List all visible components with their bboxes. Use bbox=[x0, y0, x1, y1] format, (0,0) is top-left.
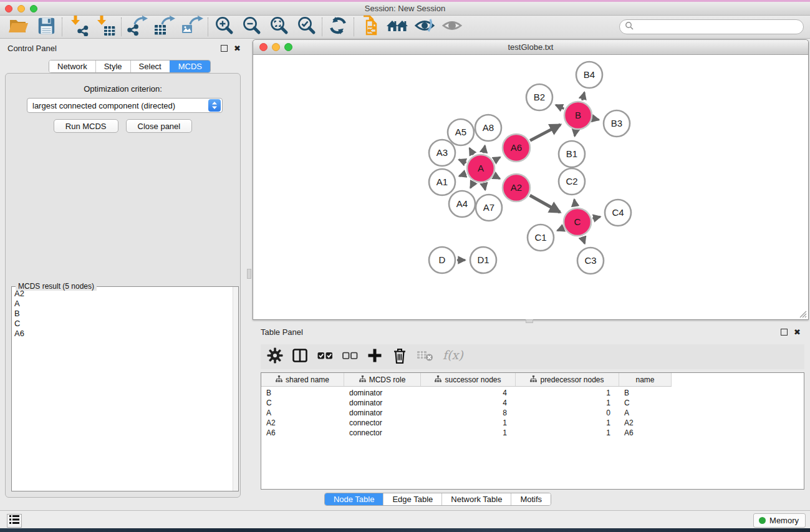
graph-node-B[interactable]: B bbox=[564, 102, 592, 129]
mcds-result-item[interactable]: A bbox=[12, 299, 231, 309]
deselect-all-button[interactable] bbox=[342, 348, 358, 365]
maximize-window-button[interactable] bbox=[30, 5, 37, 12]
edge-B-B3[interactable] bbox=[594, 118, 599, 120]
table-cell[interactable]: A2 bbox=[261, 418, 344, 427]
refresh-view-button[interactable] bbox=[324, 16, 352, 38]
resize-grip-icon[interactable] bbox=[797, 308, 807, 318]
search-field[interactable] bbox=[619, 19, 804, 34]
open-file-button[interactable] bbox=[5, 16, 32, 38]
home-button[interactable] bbox=[383, 16, 411, 38]
table-cell[interactable]: A2 bbox=[619, 418, 672, 427]
table-cell[interactable]: 8 bbox=[421, 409, 516, 417]
zoom-out-button[interactable] bbox=[238, 16, 265, 38]
table-cell[interactable]: 1 bbox=[516, 418, 619, 427]
table-row[interactable]: A6connector11A6 bbox=[261, 428, 804, 438]
close-table-panel-icon[interactable]: ✖ bbox=[794, 329, 801, 336]
network-maximize-button[interactable] bbox=[284, 43, 292, 51]
graph-node-B3[interactable]: B3 bbox=[604, 110, 630, 137]
table-cell[interactable]: A6 bbox=[261, 428, 344, 437]
zoom-in-button[interactable] bbox=[210, 16, 238, 38]
edge-A-A3[interactable] bbox=[459, 160, 466, 163]
export-table-button[interactable] bbox=[151, 16, 178, 38]
task-history-button[interactable] bbox=[7, 514, 22, 528]
mcds-result-item[interactable]: B bbox=[12, 309, 231, 319]
table-cell[interactable]: 4 bbox=[421, 399, 516, 407]
export-image-button[interactable] bbox=[178, 16, 206, 38]
edge-A-A2[interactable] bbox=[494, 176, 500, 179]
network-minimize-button[interactable] bbox=[272, 43, 280, 51]
edge-A-A6[interactable] bbox=[494, 157, 500, 160]
table-cell[interactable]: B bbox=[261, 389, 344, 397]
mcds-result-item[interactable]: C bbox=[12, 319, 231, 329]
table-row[interactable]: Bdominator41B bbox=[261, 388, 804, 398]
minimize-window-button[interactable] bbox=[17, 5, 25, 12]
toggle-graphics-details-button[interactable] bbox=[411, 16, 438, 38]
edge-C-C1[interactable] bbox=[557, 228, 563, 231]
table-cell[interactable]: connector bbox=[344, 418, 421, 427]
table-row[interactable]: Cdominator41C bbox=[261, 398, 804, 408]
graph-node-C4[interactable]: C4 bbox=[605, 200, 631, 226]
control-tab-mcds[interactable]: MCDS bbox=[170, 60, 210, 72]
table-cell[interactable]: C bbox=[619, 399, 672, 407]
graph-node-A5[interactable]: A5 bbox=[448, 119, 474, 145]
memory-button[interactable]: Memory bbox=[753, 513, 806, 528]
edge-C-C4[interactable] bbox=[592, 217, 600, 219]
column-header-MCDS-role[interactable]: MCDS role bbox=[344, 373, 421, 386]
graph-node-A8[interactable]: A8 bbox=[475, 115, 501, 141]
import-table-button[interactable] bbox=[92, 16, 119, 38]
close-panel-icon[interactable]: ✖ bbox=[234, 45, 241, 52]
control-tab-select[interactable]: Select bbox=[130, 60, 170, 72]
delete-column-button[interactable] bbox=[392, 348, 408, 365]
graph-node-A3[interactable]: A3 bbox=[429, 140, 455, 166]
edge-B-B1[interactable] bbox=[575, 131, 576, 137]
table-cell[interactable]: dominator bbox=[344, 399, 421, 407]
network-document-button[interactable] bbox=[356, 16, 383, 38]
edge-C-C3[interactable] bbox=[582, 237, 585, 244]
mcds-result-item[interactable]: A6 bbox=[12, 329, 231, 339]
float-panel-icon[interactable] bbox=[221, 45, 228, 52]
select-all-button[interactable] bbox=[317, 348, 333, 365]
graph-node-C3[interactable]: C3 bbox=[577, 248, 604, 274]
table-cell[interactable]: dominator bbox=[344, 389, 421, 397]
save-session-button[interactable] bbox=[32, 16, 60, 38]
edge-A-A5[interactable] bbox=[470, 148, 473, 155]
network-canvas[interactable]: B4B2BB3A8A5A6B1A3AA1C2A2A4A7C4CC1C3DD1 bbox=[253, 55, 808, 319]
table-cell[interactable]: connector bbox=[344, 428, 421, 437]
table-cell[interactable]: 1 bbox=[516, 428, 619, 437]
close-window-button[interactable] bbox=[5, 5, 12, 12]
table-cell[interactable]: 0 bbox=[516, 409, 619, 417]
network-close-button[interactable] bbox=[259, 43, 268, 51]
table-settings-button[interactable] bbox=[267, 348, 283, 365]
table-cell[interactable]: A bbox=[261, 409, 344, 417]
horizontal-split-handle[interactable] bbox=[526, 319, 533, 323]
close-panel-button[interactable]: Close panel bbox=[126, 119, 193, 133]
control-tab-style[interactable]: Style bbox=[95, 60, 130, 72]
table-cell[interactable]: 1 bbox=[421, 418, 516, 427]
graph-node-A4[interactable]: A4 bbox=[449, 191, 475, 217]
edge-A-A1[interactable] bbox=[459, 173, 466, 176]
column-header-predecessor-nodes[interactable]: predecessor nodes bbox=[516, 373, 619, 386]
table-row[interactable]: Adominator80A bbox=[261, 408, 804, 418]
graph-node-A1[interactable]: A1 bbox=[429, 169, 455, 195]
graph-node-C[interactable]: C bbox=[564, 208, 591, 236]
export-network-button[interactable] bbox=[123, 16, 151, 38]
run-mcds-button[interactable]: Run MCDS bbox=[54, 119, 118, 133]
table-cell[interactable]: dominator bbox=[344, 409, 421, 417]
edge-A6-B[interactable] bbox=[530, 125, 561, 141]
graph-node-D1[interactable]: D1 bbox=[470, 247, 496, 273]
show-details-button[interactable] bbox=[438, 16, 466, 38]
zoom-fit-button[interactable] bbox=[265, 16, 292, 38]
add-column-button[interactable] bbox=[367, 348, 383, 365]
graph-node-B4[interactable]: B4 bbox=[576, 62, 602, 88]
table-cell[interactable]: 4 bbox=[421, 389, 516, 397]
graph-node-A2[interactable]: A2 bbox=[503, 174, 530, 201]
graph-node-A6[interactable]: A6 bbox=[503, 134, 530, 162]
edge-A-A7[interactable] bbox=[484, 184, 485, 190]
graph-node-D[interactable]: D bbox=[429, 247, 455, 273]
edge-A2-C[interactable] bbox=[530, 195, 560, 212]
result-scrollbar[interactable] bbox=[233, 287, 238, 491]
column-header-shared-name[interactable]: shared name bbox=[261, 373, 344, 386]
edge-B-B4[interactable] bbox=[582, 92, 585, 100]
table-row[interactable]: A2connector11A2 bbox=[261, 418, 804, 428]
vertical-split-handle[interactable] bbox=[247, 269, 251, 279]
